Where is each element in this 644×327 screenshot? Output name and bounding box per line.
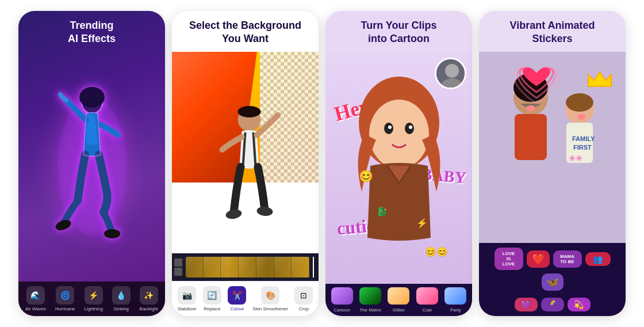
phone-card-1: TrendingAI Effects [18, 11, 165, 316]
timeline-frame-7 [292, 257, 309, 277]
phone-card-2: Select the BackgroundYou Want [172, 11, 319, 316]
svg-point-6 [237, 106, 260, 117]
cutout-label: Cutout [230, 306, 244, 311]
toolbar-item-replace[interactable]: 🔄 Replace [203, 286, 221, 311]
hurricane-label: Hurricane [55, 306, 75, 311]
svg-point-18 [388, 126, 392, 129]
love-is-love-text: LOVEISLOVE [497, 251, 521, 267]
sticker-mama-to-be[interactable]: MAMATO BE [553, 250, 582, 268]
glitter-label: Glitter [393, 307, 405, 313]
card1-toolbar: 🌊 Air Waves 🌀 Hurricane ⚡ Lightning 💧 Si… [18, 282, 165, 316]
matrix-thumb [359, 287, 381, 305]
svg-text:😊😊: 😊😊 [425, 246, 448, 257]
party-label: Party [450, 307, 461, 313]
svg-text:⚡: ⚡ [416, 218, 428, 229]
stabilizer-label: Stabilizer [178, 306, 197, 311]
toolbar-item-lightning[interactable]: ⚡ Lightning [84, 286, 102, 311]
matrix-label: The Matrix [359, 307, 381, 313]
timeline-frame-6 [274, 257, 292, 277]
sticker-rainbow[interactable]: 🌈 [541, 298, 564, 311]
dancer-figure [46, 86, 138, 247]
cutout-icon: ✂️ [228, 286, 246, 305]
svg-text:🌸🌸: 🌸🌸 [569, 154, 583, 162]
svg-point-4 [104, 229, 120, 238]
app-showcase: TrendingAI Effects [0, 0, 644, 327]
toolbar-item-hurricane[interactable]: 🌀 Hurricane [55, 286, 75, 311]
phone-card-3: Turn Your Clipsinto Cartoon Hey BABY cut… [325, 11, 472, 316]
heart-icon: ❤️ [532, 253, 545, 265]
timeline-frame-1 [186, 257, 204, 277]
svg-text:🐉: 🐉 [376, 206, 388, 217]
svg-text:FIRST: FIRST [573, 144, 592, 151]
timeline-strip[interactable] [186, 257, 309, 277]
toolbar-item-sinking[interactable]: 💧 Sinking [112, 286, 131, 311]
svg-text:FAMILY: FAMILY [572, 135, 595, 142]
toolbar-item-cute[interactable]: Cute [416, 287, 438, 313]
mama-to-be-text: MAMATO BE [555, 254, 580, 264]
card1-content [18, 52, 165, 282]
toolbar-item-crop[interactable]: ⊡ Crop [294, 286, 313, 311]
toolbar-item-airwaves[interactable]: 🌊 Air Waves [25, 286, 46, 311]
card2-toolbar: 📷 Stabilizer 🔄 Replace ✂️ Cutout 🎨 Skin … [172, 281, 319, 316]
hurricane-icon: 🌀 [56, 286, 74, 305]
timeline-frame-2 [204, 257, 221, 277]
sticker-heart-small[interactable]: 💜 [515, 298, 538, 311]
crop-icon: ⊡ [294, 286, 313, 305]
svg-point-2 [79, 87, 105, 108]
toolbar-item-glitter[interactable]: Glitter [388, 287, 409, 313]
card4-content: FAMILY FIRST 🌸🌸 [479, 52, 626, 243]
sticker-bird[interactable]: 🦋 [542, 273, 564, 291]
toolbar-item-party[interactable]: Party [444, 287, 466, 313]
timeline-icon-1 [174, 258, 182, 267]
svg-marker-36 [588, 72, 611, 86]
card3-content: Hey BABY cutie [325, 52, 472, 284]
card2-content [172, 52, 319, 253]
toolbar-item-cartoon[interactable]: Cartoon [331, 287, 353, 313]
svg-point-9 [225, 208, 242, 220]
toolbar-item-skin[interactable]: 🎨 Skin Smoothener [253, 286, 288, 311]
card1-title: TrendingAI Effects [18, 11, 165, 52]
svg-text:😊: 😊 [359, 169, 373, 183]
svg-point-19 [409, 126, 412, 129]
airwaves-icon: 🌊 [26, 286, 45, 305]
cute-label: Cute [422, 307, 432, 313]
svg-rect-27 [515, 114, 547, 160]
crop-label: Crop [299, 306, 309, 311]
card4-title: Vibrant AnimatedStickers [479, 11, 626, 52]
sticker-love-is-love[interactable]: LOVEISLOVE [494, 248, 523, 270]
card3-toolbar: Cartoon The Matrix Glitter Cute Party [325, 284, 472, 316]
toolbar-item-backlight[interactable]: ✨ Backlight [140, 286, 158, 311]
sticker-heart-red[interactable]: ❤️ [527, 250, 550, 268]
sticker-sparkle[interactable]: 💫 [568, 298, 591, 311]
svg-point-30 [566, 93, 593, 112]
bird-icon: 🦋 [546, 276, 559, 288]
svg-point-15 [369, 100, 429, 169]
jumper-figure [212, 104, 286, 242]
replace-icon: 🔄 [203, 286, 221, 305]
skin-label: Skin Smoothener [253, 306, 288, 311]
sinking-icon: 💧 [112, 286, 131, 305]
svg-point-35 [577, 114, 585, 120]
toolbar-item-matrix[interactable]: The Matrix [359, 287, 381, 313]
timeline-icon-2 [174, 268, 182, 276]
stabilizer-icon: 📷 [178, 286, 196, 305]
sticker-people[interactable]: 👥 [585, 252, 611, 266]
toolbar-item-cutout[interactable]: ✂️ Cutout [228, 286, 246, 311]
party-thumb [444, 287, 466, 305]
card4-sticker-row-2: 💜 🌈 💫 [479, 295, 626, 316]
timeline-cursor [313, 257, 314, 277]
cartoon-label: Cartoon [334, 307, 350, 313]
phone-card-4: Vibrant AnimatedStickers [479, 11, 626, 316]
replace-label: Replace [204, 306, 220, 311]
sparkle-icon: 💫 [574, 300, 584, 309]
lightning-icon: ⚡ [85, 286, 103, 305]
timeline-bar [172, 253, 319, 281]
crown-sticker [585, 69, 614, 92]
skin-icon: 🎨 [261, 286, 279, 305]
timeline-frame-3 [221, 257, 239, 277]
timeline-frame-4 [239, 257, 256, 277]
backlight-icon: ✨ [140, 286, 158, 305]
toolbar-item-stabilizer[interactable]: 📷 Stabilizer [178, 286, 197, 311]
backlight-label: Backlight [140, 306, 158, 311]
people-icon: 👥 [593, 254, 603, 264]
